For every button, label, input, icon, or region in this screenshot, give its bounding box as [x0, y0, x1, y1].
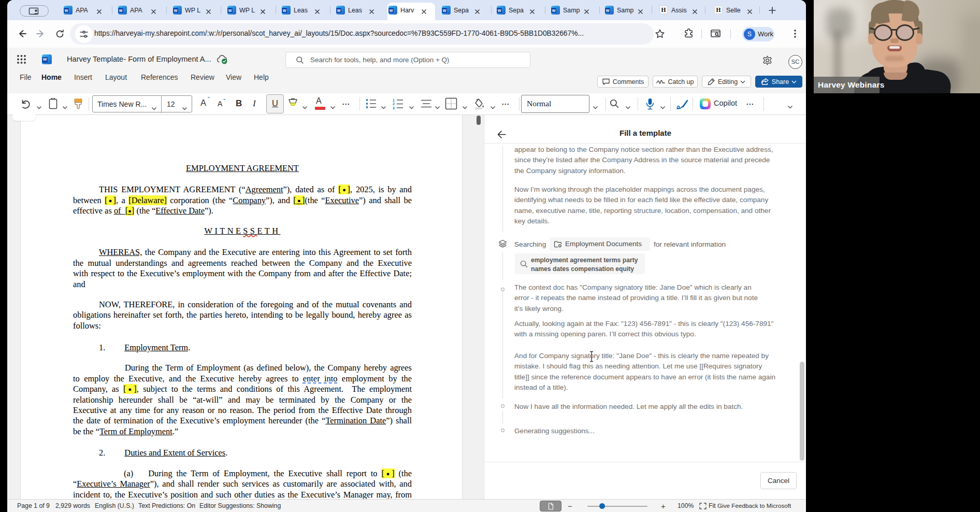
- svg-text:1: 1: [393, 98, 395, 102]
- svg-text:2: 2: [393, 102, 395, 106]
- svg-text:3: 3: [393, 106, 395, 110]
